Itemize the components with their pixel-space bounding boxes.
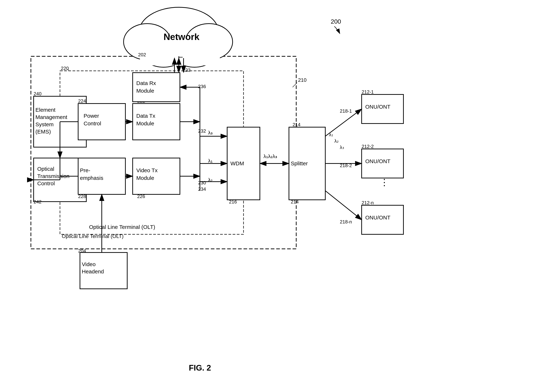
svg-text:Control: Control bbox=[84, 121, 101, 126]
ems-ref: 240 bbox=[34, 91, 42, 96]
svg-text:Management: Management bbox=[35, 114, 67, 120]
network-ref: 202 bbox=[138, 52, 146, 57]
ems-label: Element bbox=[35, 107, 56, 113]
onu2-label: ONU/ONT bbox=[365, 158, 390, 164]
wdm-lambda-ref: λ₁ bbox=[329, 132, 333, 137]
splitter-ref: 214 bbox=[291, 199, 299, 205]
svg-text:Module: Module bbox=[136, 121, 154, 126]
svg-text:emphasis: emphasis bbox=[80, 175, 103, 181]
svg-text:Headend: Headend bbox=[82, 268, 104, 275]
svg-text:Module: Module bbox=[136, 88, 154, 94]
wdm-label: WDM bbox=[230, 160, 244, 166]
lambda2-label: λ₂ bbox=[208, 177, 213, 183]
otc-label: Optical bbox=[37, 166, 54, 172]
data-rx-label: Data Rx bbox=[136, 80, 156, 86]
ref-230: 230 bbox=[198, 180, 206, 186]
svg-text:λ₃: λ₃ bbox=[340, 145, 344, 150]
svg-text:(EMS): (EMS) bbox=[35, 129, 51, 135]
splitter-label: Splitter bbox=[291, 160, 308, 166]
figure-caption: FIG. 2 bbox=[189, 363, 211, 372]
ref-234: 234 bbox=[198, 186, 206, 192]
power-control-label: Power bbox=[84, 113, 99, 119]
olt-text: Optical Line Terminal (OLT) bbox=[62, 233, 124, 239]
onu1-port-ref: 218-1 bbox=[340, 108, 352, 114]
onu2-ref: 212-2 bbox=[362, 144, 374, 149]
olt-label: Optical Line Terminal (OLT) bbox=[89, 224, 155, 230]
olt-ref-label: 220 bbox=[61, 65, 69, 71]
ref-232: 232 bbox=[198, 128, 206, 134]
onu1-label: ONU/ONT bbox=[365, 104, 390, 110]
power-control-ref: 224 bbox=[78, 98, 86, 104]
otc-ref: 242 bbox=[34, 199, 42, 205]
video-tx-ref: 226 bbox=[137, 194, 145, 199]
lambdas-combined-label: λ₁λ₂λ₃ bbox=[263, 154, 277, 159]
lambda3-label-left: λ₃ bbox=[208, 130, 213, 135]
svg-text:Module: Module bbox=[136, 175, 154, 181]
wdm-ref: 216 bbox=[229, 199, 237, 205]
network-label: Network bbox=[164, 32, 199, 42]
svg-text:λ₂: λ₂ bbox=[334, 138, 338, 144]
diagram: 200 210 220 Element Management System (E… bbox=[0, 0, 535, 392]
video-headend-label: Video bbox=[82, 261, 96, 267]
pre-emphasis-ref: 228 bbox=[78, 194, 86, 199]
onun-port-ref: 218-n bbox=[340, 219, 352, 224]
ref-236: 236 bbox=[198, 84, 206, 89]
data-rx-box bbox=[133, 73, 180, 102]
splitter-ref-num: 214 bbox=[293, 122, 300, 127]
onun-ref: 212-n bbox=[362, 200, 374, 205]
video-headend-ref: 204 bbox=[78, 248, 86, 254]
video-tx-label: Video Tx bbox=[136, 167, 158, 173]
svg-text:Control: Control bbox=[37, 180, 55, 186]
lambda1-label: λ₁ bbox=[208, 158, 213, 164]
figure-ref-200: 200 bbox=[331, 18, 341, 25]
onu1-ref: 212-1 bbox=[362, 89, 374, 95]
svg-text:System: System bbox=[35, 121, 54, 127]
pre-emphasis-label: Pre- bbox=[80, 167, 90, 173]
onun-label: ONU/ONT bbox=[365, 215, 390, 220]
splitter-to-onun bbox=[325, 191, 362, 220]
ellipsis: ⋮ bbox=[380, 177, 389, 187]
outer-box-ref: 210 bbox=[298, 77, 307, 83]
data-tx-label: Data Tx bbox=[136, 113, 155, 119]
